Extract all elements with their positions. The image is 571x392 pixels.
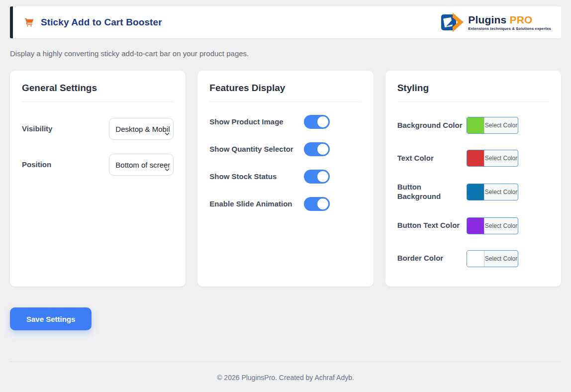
show-product-image-label: Show Product Image: [209, 117, 294, 127]
select-color-label: Select Color: [484, 150, 518, 166]
show-quantity-selector-toggle[interactable]: [304, 142, 330, 156]
toggle-knob: [317, 198, 328, 209]
show-stock-status-label: Show Stock Status: [209, 172, 294, 182]
chevron-down-icon: [165, 164, 170, 173]
select-color-label: Select Color: [484, 251, 518, 267]
divider: [397, 101, 549, 102]
text-color-label: Text Color: [397, 154, 434, 163]
enable-slide-animation-toggle[interactable]: [304, 197, 330, 211]
header-left: Sticky Add to Cart Booster: [24, 17, 162, 28]
show-stock-status-row: Show Stock Status: [209, 170, 361, 184]
general-settings-card: General Settings Visibility Desktop & Mo…: [10, 71, 186, 287]
page-title: Sticky Add to Cart Booster: [41, 17, 162, 28]
settings-cards: General Settings Visibility Desktop & Mo…: [10, 71, 561, 287]
logo-tagline: Extensions techniques & Solutions expert…: [468, 27, 551, 31]
background-color-picker-button[interactable]: Select Color: [467, 117, 518, 134]
save-settings-button[interactable]: Save Settings: [10, 307, 92, 330]
button-text-color-row: Button Text Color Select Color: [397, 217, 549, 234]
button-text-color-picker-button[interactable]: Select Color: [467, 217, 518, 234]
footer: © 2026 PluginsPro. Created by Achraf Ady…: [10, 362, 561, 392]
logo-brand-line: Plugins PRO: [468, 14, 551, 25]
button-background-picker-button[interactable]: Select Color: [467, 184, 518, 200]
text-color-row: Text Color Select Color: [397, 150, 549, 167]
button-background-label: Button Background: [397, 183, 467, 201]
text-color-picker-button[interactable]: Select Color: [467, 150, 518, 167]
position-select[interactable]: Bottom of screen: [109, 154, 174, 176]
plugins-pro-logo: Plugins PRO Extensions techniques & Solu…: [441, 12, 554, 33]
features-display-title: Features Display: [209, 83, 361, 94]
position-select-value: Bottom of screen: [112, 161, 170, 169]
background-color-row: Background Color Select Color: [397, 117, 549, 134]
styling-card: Styling Background Color Select Color Te…: [385, 71, 561, 287]
features-rows: Show Product Image Show Quantity Selecto…: [209, 115, 361, 211]
visibility-select-value: Desktop & Mobile: [112, 125, 170, 133]
logo-brand: Plugins: [468, 14, 506, 25]
position-label: Position: [22, 160, 51, 170]
visibility-select[interactable]: Desktop & Mobile: [109, 118, 174, 140]
show-product-image-toggle[interactable]: [304, 115, 330, 129]
button-text-color-label: Button Text Color: [397, 221, 460, 230]
select-color-label: Select Color: [484, 184, 518, 200]
logo-pro-suffix: PRO: [510, 14, 533, 25]
border-color-label: Border Color: [397, 254, 444, 263]
text-color-swatch: [467, 150, 484, 166]
visibility-row: Visibility Desktop & Mobile: [22, 118, 174, 140]
toggle-knob: [317, 144, 328, 155]
visibility-label: Visibility: [22, 124, 52, 134]
divider: [22, 101, 174, 102]
select-color-label: Select Color: [484, 218, 518, 234]
show-product-image-row: Show Product Image: [209, 115, 361, 129]
header-bar: Sticky Add to Cart Booster Plugins PRO E…: [10, 6, 561, 38]
footer-text: © 2026 PluginsPro. Created by Achraf Ady…: [217, 374, 354, 382]
enable-slide-animation-label: Enable Slide Animation: [209, 199, 294, 209]
logo-text: Plugins PRO Extensions techniques & Solu…: [468, 14, 551, 31]
page-description: Display a highly converting sticky add-t…: [10, 49, 561, 58]
toggle-knob: [317, 116, 328, 127]
chevron-down-icon: [165, 128, 170, 137]
plugins-pro-logo-icon: [441, 12, 464, 33]
cart-icon: [24, 17, 35, 28]
features-display-card: Features Display Show Product Image Show…: [197, 71, 373, 287]
toggle-knob: [317, 171, 328, 182]
styling-rows: Background Color Select Color Text Color…: [397, 117, 549, 267]
border-color-picker-button[interactable]: Select Color: [467, 250, 518, 267]
show-quantity-selector-label: Show Quantity Selector: [209, 145, 294, 154]
background-color-swatch: [467, 117, 484, 133]
border-color-row: Border Color Select Color: [397, 250, 549, 267]
general-settings-title: General Settings: [22, 83, 174, 94]
enable-slide-animation-row: Enable Slide Animation: [209, 197, 361, 211]
button-background-swatch: [467, 184, 484, 200]
position-row: Position Bottom of screen: [22, 154, 174, 176]
settings-page: Sticky Add to Cart Booster Plugins PRO E…: [0, 0, 571, 392]
select-color-label: Select Color: [484, 117, 518, 133]
border-color-swatch: [467, 251, 484, 267]
divider: [209, 101, 361, 102]
background-color-label: Background Color: [397, 121, 463, 130]
general-rows: Visibility Desktop & Mobile Position Bot…: [22, 118, 174, 176]
styling-title: Styling: [397, 83, 549, 94]
show-stock-status-toggle[interactable]: [304, 170, 330, 184]
show-quantity-selector-row: Show Quantity Selector: [209, 142, 361, 156]
button-background-row: Button Background Select Color: [397, 183, 549, 201]
button-text-color-swatch: [467, 218, 484, 234]
